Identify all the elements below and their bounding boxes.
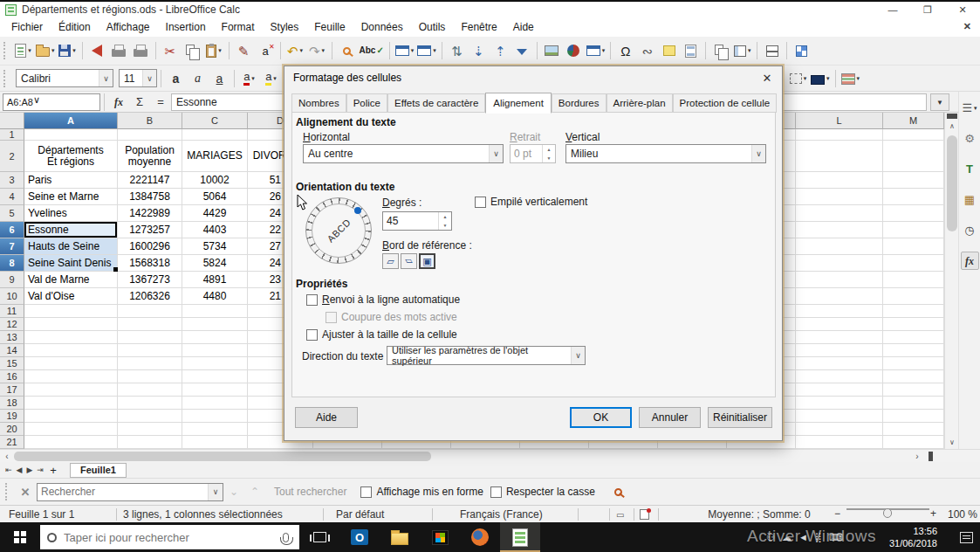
extend-from-upper-edge-button[interactable]: ▱ <box>401 253 417 269</box>
sort-descending-icon[interactable]: ⇡ <box>490 39 511 62</box>
dial-angle-dot[interactable] <box>354 207 361 214</box>
cell-M5[interactable] <box>883 205 944 222</box>
copy-icon[interactable] <box>182 39 203 62</box>
cell-C2[interactable]: MARIAGES <box>182 141 248 172</box>
cell-A9[interactable]: Val de Marne <box>24 272 118 288</box>
cell-C6[interactable]: 4403 <box>182 222 248 238</box>
row-header-17[interactable]: 17 <box>0 383 24 397</box>
taskbar-clock[interactable]: 13:56 31/06/2018 <box>881 525 937 549</box>
add-sheet-button[interactable]: + <box>45 464 61 477</box>
zoom-level[interactable]: 100 % <box>948 508 977 521</box>
row-header-2[interactable]: 2 <box>0 141 24 172</box>
cell-C4[interactable]: 5064 <box>182 189 248 205</box>
zoom-in-icon[interactable]: + <box>930 507 936 520</box>
split-window-icon[interactable] <box>761 39 783 62</box>
cell-C18[interactable] <box>182 397 248 410</box>
clone-formatting-icon[interactable]: ✎ <box>233 39 255 62</box>
cell-A7[interactable]: Hauts de Seine <box>24 238 118 255</box>
cell-C12[interactable] <box>182 318 248 331</box>
row-header-20[interactable]: 20 <box>0 423 24 436</box>
stacked-vertically-checkbox[interactable] <box>475 197 486 208</box>
cut-icon[interactable]: ✂ <box>160 39 182 62</box>
chevron-down-icon[interactable]: ∨ <box>489 145 503 162</box>
cell-C9[interactable]: 4891 <box>182 272 248 288</box>
minimize-button[interactable]: — <box>875 2 910 17</box>
cell-B19[interactable] <box>118 410 182 423</box>
cell-C7[interactable]: 5734 <box>182 238 248 255</box>
sidebar-gallery-icon[interactable]: ▦ <box>961 190 979 209</box>
cell-B17[interactable] <box>118 383 182 397</box>
row-header-15[interactable]: 15 <box>0 357 24 370</box>
autofilter-icon[interactable] <box>511 39 533 62</box>
status-aggregate[interactable]: Moyenne: ; Somme: 0 <box>689 508 829 521</box>
menu-insertion[interactable]: Insertion <box>158 18 214 36</box>
row-header-11[interactable]: 11 <box>0 305 24 318</box>
menu-outils[interactable]: Outils <box>411 18 454 36</box>
cell-M18[interactable] <box>883 397 944 410</box>
dropdown-caret-icon[interactable]: ▾ <box>602 47 606 54</box>
cell-A11[interactable] <box>24 305 118 318</box>
cell-L8[interactable] <box>796 255 883 272</box>
cell-B6[interactable]: 1273257 <box>118 222 182 238</box>
paste-icon[interactable]: ▾ <box>203 39 225 62</box>
italic-icon[interactable]: a <box>187 67 209 90</box>
scroll-up-icon[interactable]: ∧ <box>945 120 959 133</box>
chevron-down-icon[interactable]: ∨ <box>571 347 585 364</box>
conditional-formatting-icon[interactable]: ▾ <box>840 67 862 90</box>
row-header-6[interactable]: 6 <box>0 222 24 238</box>
cell-M1[interactable] <box>883 129 944 141</box>
cell-M15[interactable] <box>883 357 944 370</box>
cell-L16[interactable] <box>796 370 883 383</box>
menu-affichage[interactable]: Affichage <box>99 18 158 36</box>
cell-M17[interactable] <box>883 383 944 397</box>
vertical-scrollbar-thumb[interactable] <box>947 135 957 231</box>
cell-B5[interactable]: 1422989 <box>118 205 182 222</box>
cell-A5[interactable]: Yvelines <box>24 205 118 222</box>
cell-B12[interactable] <box>118 318 182 331</box>
cell-C17[interactable] <box>182 383 248 397</box>
document-modified-icon[interactable] <box>640 509 649 522</box>
cell-M16[interactable] <box>883 370 944 383</box>
dropdown-caret-icon[interactable]: ▾ <box>273 75 277 82</box>
find-and-replace-icon[interactable] <box>607 480 629 503</box>
keyboard-icon[interactable]: ⌨ <box>829 533 843 542</box>
microphone-icon[interactable] <box>283 533 289 542</box>
sidebar-navigator-icon[interactable]: ◷ <box>961 221 979 239</box>
chevron-down-icon[interactable]: ∨ <box>751 145 765 162</box>
selection-mode-icon[interactable]: ▭ <box>616 510 624 520</box>
pivot-table-icon[interactable]: ▾ <box>585 39 607 62</box>
menu-fichier[interactable]: Fichier <box>3 18 51 36</box>
print-preview-icon[interactable] <box>130 39 152 62</box>
cell-A12[interactable] <box>24 318 118 331</box>
cell-L11[interactable] <box>796 305 883 318</box>
show-draw-functions-icon[interactable] <box>791 39 812 62</box>
tab-bordures[interactable]: Bordures <box>552 93 607 113</box>
cell-L13[interactable] <box>796 331 883 344</box>
close-findbar-icon[interactable]: ✕ <box>14 486 37 499</box>
cell-M6[interactable] <box>883 222 944 238</box>
chevron-down-icon[interactable]: ∨ <box>208 484 223 500</box>
sort-icon[interactable]: ⇅ <box>446 39 468 62</box>
insert-chart-icon[interactable] <box>563 39 585 62</box>
reset-button[interactable]: Réinitialiser <box>708 407 772 428</box>
sidebar-functions-icon[interactable]: fx <box>961 252 979 270</box>
column-header-c[interactable]: C <box>182 113 248 129</box>
clear-formatting-icon[interactable]: a <box>255 39 277 62</box>
horizontal-scrollbar[interactable]: ‹ › <box>0 449 980 462</box>
menu-donnees[interactable]: Données <box>353 18 411 36</box>
font-color-icon[interactable]: a▾ <box>238 67 260 90</box>
dropdown-caret-icon[interactable]: ▾ <box>51 47 55 54</box>
cell-C10[interactable]: 4480 <box>182 288 248 305</box>
dialog-close-icon[interactable]: ✕ <box>752 66 782 89</box>
cell-B11[interactable] <box>118 305 182 318</box>
row-header-7[interactable]: 7 <box>0 238 24 255</box>
dropdown-caret-icon[interactable]: ▾ <box>300 47 304 54</box>
find-all-button[interactable]: Tout rechercher <box>274 486 346 498</box>
cell-M8[interactable] <box>883 255 944 272</box>
function-wizard-icon[interactable]: fx <box>108 93 129 111</box>
equals-icon[interactable]: = <box>150 93 171 111</box>
sidebar-properties-icon[interactable]: ⚙ <box>961 129 979 148</box>
highlighting-icon[interactable]: a▾ <box>260 67 282 90</box>
scroll-down-icon[interactable]: ∨ <box>945 436 959 449</box>
text-direction-select[interactable]: Utiliser les paramètres de l'objet supér… <box>387 346 586 365</box>
